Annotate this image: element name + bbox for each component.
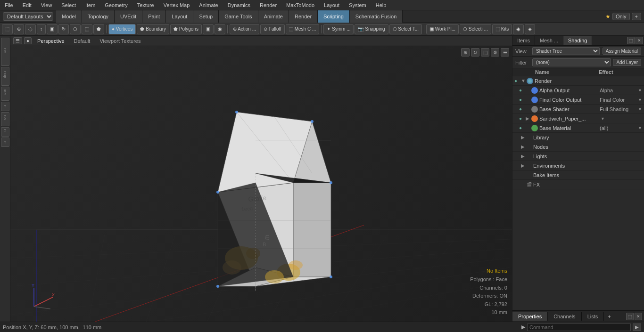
tree-item-base-material[interactable]: ● Base Material (all) ▼ <box>512 123 644 133</box>
arrows-btn[interactable]: ↕ <box>37 24 46 34</box>
tab-animate[interactable]: Animate <box>258 10 289 23</box>
layout-dropdown[interactable]: Default Layouts <box>3 12 53 21</box>
mirror-btn[interactable]: ⬚ <box>82 24 92 34</box>
bottom-close-btn[interactable]: ✕ <box>635 313 642 320</box>
tree-item-base-shader[interactable]: ● Base Shader Full Shading ▼ <box>512 105 644 114</box>
arrow-sandwich-paper[interactable]: ▶ <box>526 116 531 121</box>
selection-btn[interactable]: ⬡ Selecti ... <box>460 24 491 34</box>
menu-geometry[interactable]: Geometry <box>102 2 130 8</box>
rpanel-expand-btn[interactable]: ⬚ <box>627 37 635 44</box>
bottom-plus-btn[interactable]: + <box>604 312 614 321</box>
box-btn[interactable]: ▣ <box>47 24 58 34</box>
viewport-toggle-btn[interactable]: ● <box>24 37 32 44</box>
tree-item-alpha-output[interactable]: ● Alpha Output Alpha ▼ <box>512 86 644 95</box>
rpanel-close-btn[interactable]: ✕ <box>636 37 643 44</box>
rot-btn[interactable]: ↻ <box>58 24 69 34</box>
sidebar-dup-btn[interactable]: Dup... <box>1 67 9 86</box>
menu-select[interactable]: Select <box>58 2 79 8</box>
sidebar-top-btn[interactable]: De... <box>1 38 9 66</box>
tree-item-bake-items[interactable]: ● Bake Items <box>512 170 644 180</box>
boundary-btn[interactable]: ⬟ Boundary <box>137 24 169 34</box>
sidebar-pol-btn[interactable]: Pol... <box>1 112 9 126</box>
vp-icon-move[interactable]: ⊕ <box>461 48 470 57</box>
bottom-expand-btn[interactable]: ⬚ <box>626 313 634 320</box>
eye-base-shader[interactable]: ● <box>519 106 526 112</box>
tree-item-final-color[interactable]: ● Final Color Output Final Color ▼ <box>512 95 644 105</box>
eye-bake-items[interactable]: ● <box>514 172 521 178</box>
tab-render[interactable]: Render <box>289 10 318 23</box>
menu-texture[interactable]: Texture <box>134 2 157 8</box>
rpanel-tab-mesh[interactable]: Mesh ... <box>535 36 563 45</box>
eye-nodes[interactable]: ● <box>514 144 521 149</box>
tab-uvedit[interactable]: UVEdit <box>115 10 142 23</box>
menu-render[interactable]: Render <box>257 2 280 8</box>
tab-schematic-fusion[interactable]: Schematic Fusion <box>350 10 403 23</box>
tree-item-library[interactable]: ● ▶ Library <box>512 133 644 142</box>
menu-file[interactable]: File <box>2 2 16 8</box>
assign-material-btn[interactable]: Assign Material <box>603 48 641 55</box>
textures-label[interactable]: Viewport Textures <box>96 38 144 44</box>
menu-edit[interactable]: Edit <box>20 2 34 8</box>
sidebar-c-btn[interactable]: C... <box>1 127 9 137</box>
extra-view-btn[interactable]: ◈ <box>525 24 535 34</box>
snapping-btn[interactable]: 📷 Snapping <box>355 24 388 34</box>
tab-scripting[interactable]: Scripting <box>318 10 350 23</box>
menu-item[interactable]: Item <box>83 2 98 8</box>
shape-btn[interactable]: ▣ <box>203 24 214 34</box>
default-label[interactable]: Default <box>70 38 94 44</box>
arrow-library[interactable]: ▶ <box>521 135 527 140</box>
arrow-lights[interactable]: ▶ <box>521 154 527 159</box>
tree-item-render[interactable]: ● ▼ Render <box>512 76 644 86</box>
vp-icon-rot[interactable]: ↻ <box>471 48 479 57</box>
sidebar-mesh-btn[interactable]: Me... <box>1 87 9 101</box>
tree-item-lights[interactable]: ● ▶ Lights <box>512 152 644 161</box>
menu-dynamics[interactable]: Dynamics <box>225 2 253 8</box>
kits-btn[interactable]: ⬚ Kits <box>492 24 512 34</box>
rpanel-tab-items[interactable]: Items <box>512 36 535 45</box>
tree-item-environments[interactable]: ● ▶ Environments <box>512 161 644 170</box>
tab-model[interactable]: Model <box>56 10 82 23</box>
status-arrow[interactable]: ▶ <box>521 324 525 330</box>
arrow-render[interactable]: ▼ <box>521 78 527 83</box>
scale-btn[interactable]: ⬡ <box>70 24 81 34</box>
tree-item-nodes[interactable]: ● ▶ Nodes <box>512 142 644 152</box>
menu-vertex-map[interactable]: Vertex Map <box>161 2 193 8</box>
tab-setup[interactable]: Setup <box>193 10 219 23</box>
work-plane-btn[interactable]: ▣ Work Pl... <box>426 24 459 34</box>
eye-base-material[interactable]: ● <box>519 125 526 130</box>
symm-btn[interactable]: ✦ Symm ... <box>323 24 354 34</box>
menu-view[interactable]: View <box>38 2 55 8</box>
command-run-btn[interactable]: ▶ <box>633 324 641 331</box>
eye-environments[interactable]: ● <box>514 163 521 168</box>
tab-layout[interactable]: Layout <box>166 10 193 23</box>
arrow-environments[interactable]: ▶ <box>521 163 527 168</box>
mesh-btn[interactable]: ⬚ Mesh C ... <box>286 24 319 34</box>
viewport-canvas[interactable]: Graffe 1eed E B <box>10 46 512 322</box>
eye-alpha-output[interactable]: ● <box>519 88 526 93</box>
bottom-tab-channels[interactable]: Channels <box>548 312 581 321</box>
view-mode-btn[interactable]: ◉ <box>513 24 524 34</box>
tree-item-sandwich-paper[interactable]: ● ▶ Sandwich_Paper_... ▼ <box>512 114 644 123</box>
menu-system[interactable]: System <box>346 2 369 8</box>
tab-topology[interactable]: Topology <box>82 10 115 23</box>
filter-select[interactable]: (none) <box>532 58 611 66</box>
lasso-btn[interactable]: ◌ <box>25 24 36 34</box>
polygons-btn[interactable]: ⬟ Polygons <box>170 24 202 34</box>
tab-game-tools[interactable]: Game Tools <box>219 10 258 23</box>
menu-layout[interactable]: Layout <box>321 2 342 8</box>
arrow-nodes[interactable]: ▶ <box>521 144 527 149</box>
menu-animate[interactable]: Animate <box>196 2 221 8</box>
falloff-btn[interactable]: ⊙ Falloff <box>260 24 285 34</box>
extra-mode-btn[interactable]: ◉ <box>215 24 225 34</box>
view-select[interactable]: Shader Tree <box>532 47 600 55</box>
vp-icon-fit[interactable]: ⬚ <box>481 48 489 57</box>
eye-final-color[interactable]: ● <box>519 97 526 102</box>
eye-library[interactable]: ● <box>514 135 521 140</box>
vertices-btn[interactable]: ● Vertices <box>108 24 136 34</box>
eye-render[interactable]: ● <box>514 78 521 83</box>
tab-paint[interactable]: Paint <box>142 10 166 23</box>
viewport-menu-btn[interactable]: ☰ <box>13 37 22 44</box>
command-input[interactable] <box>527 324 631 331</box>
tree-item-fx[interactable]: ● 🎬 FX <box>512 180 644 189</box>
eye-sandwich-paper[interactable]: ● <box>519 116 526 121</box>
